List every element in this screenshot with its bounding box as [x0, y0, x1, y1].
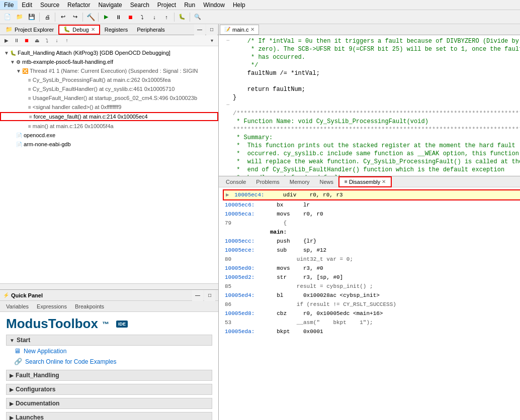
editor-tab-close[interactable]: ✕	[250, 27, 254, 32]
disasm-line-highlight: ▶ 10005ec4: udiv r0, r0, r3	[223, 189, 520, 200]
toolbar: 📄 📁 💾 🖨 ↩ ↪ 🔨 ▶ ⏸ ⏹ ⤵ ↓ ↑ 🐛 🔍	[0, 10, 520, 24]
tree-frame-1[interactable]: ≡ Cy_SysLib_FaultHandler() at cy_syslib.…	[0, 84, 218, 93]
stepover-tree-btn[interactable]: ⤵	[42, 36, 51, 45]
modus-section-fault-header[interactable]: ▶ Fault_Handling	[6, 370, 212, 381]
tb-open-btn[interactable]: 📁	[14, 12, 25, 23]
tab-problems[interactable]: Problems	[251, 176, 284, 187]
code-text-13: * Summary:	[233, 134, 273, 142]
tree-gdb[interactable]: 📄 arm-none-eabi-gdb	[0, 140, 218, 149]
disasm-instr-6: sub sp, #12	[270, 246, 326, 254]
menu-source[interactable]: Source	[36, 1, 63, 10]
disasm-content: ▶ 10005ec4: udiv r0, r0, r3 10005ec6: bx…	[219, 187, 520, 337]
left-tree-scrollbar[interactable]	[0, 283, 218, 289]
tb-build-btn[interactable]: 🔨	[85, 12, 96, 23]
qp-tab-break[interactable]: Breakpoints	[71, 302, 108, 310]
menu-search[interactable]: Search	[126, 1, 153, 10]
tree-frame-3[interactable]: ≡ <signal handler called>() at 0xfffffff…	[0, 102, 218, 112]
code-editor: − − /* If *intVal = 0u then it triggers …	[219, 35, 520, 176]
tab-disassembly[interactable]: ≡ Disassembly ✕	[338, 176, 392, 187]
tb-sep3	[82, 13, 83, 22]
search-examples-item[interactable]: 🔗 Search Online for Code Examples	[6, 356, 212, 367]
menu-run[interactable]: Run	[180, 1, 199, 10]
frame3-icon: ≡	[28, 104, 31, 110]
disasm-addr-8: 10005ed0:	[225, 264, 270, 272]
qp-maximize-btn[interactable]: □	[204, 290, 215, 301]
tree-openocd[interactable]: 📄 openocd.exe	[0, 131, 218, 140]
stepin-tree-btn[interactable]: ↓	[52, 36, 61, 45]
code-line-2: * zero). The SCB->UFSR bit 9(=CFSR bit 2…	[233, 45, 520, 53]
terminate-btn[interactable]: ⏹	[22, 36, 31, 45]
tb-run-btn[interactable]: ▶	[101, 12, 112, 23]
tb-new-btn[interactable]: 📄	[2, 12, 13, 23]
disasm-c-linenum-85: 85	[225, 282, 270, 290]
resume-btn[interactable]: ▶	[2, 36, 11, 45]
tab-registers[interactable]: Registers	[100, 25, 132, 35]
tb-search-btn[interactable]: 🔍	[192, 12, 203, 23]
tb-stop-btn[interactable]: ⏹	[125, 12, 136, 23]
modus-section-config-header[interactable]: ▶ Configurators	[6, 384, 212, 395]
qp-tab-expr[interactable]: Expressions	[33, 302, 71, 310]
menu-window[interactable]: Window	[199, 1, 229, 10]
tb-pause-btn[interactable]: ⏸	[113, 12, 124, 23]
menu-help[interactable]: Help	[229, 1, 249, 10]
tb-stepover-btn[interactable]: ⤵	[137, 12, 148, 23]
start-section-label: Start	[17, 337, 30, 344]
modus-section-start-header[interactable]: ▼ Start	[6, 335, 212, 346]
tab-news[interactable]: News	[315, 176, 339, 187]
disasm-addr-6: 10005ece:	[225, 246, 270, 254]
tb-stepout-btn[interactable]: ↑	[161, 12, 172, 23]
tab-project-explorer[interactable]: 📁 Project Explorer	[1, 25, 58, 35]
fault-section-label: Fault_Handling	[16, 372, 59, 379]
modus-section-launches-header[interactable]: ▶ Launches	[6, 412, 212, 420]
tb-save-btn[interactable]: 💾	[26, 12, 37, 23]
code-line-13: * Summary:	[233, 134, 520, 142]
disasm-c-line-86: 86 if (result != CY_RSLT_SUCCESS)	[223, 300, 520, 309]
disasm-addr-0: 10005ec4:	[231, 191, 277, 199]
qp-tab-vars[interactable]: Variables	[2, 302, 33, 310]
collapse-btn[interactable]: −	[223, 37, 233, 45]
stepout-tree-btn[interactable]: ↑	[62, 36, 71, 45]
tree-elf[interactable]: ▼ ⚙ mtb-example-psoc6-fault-handling.elf	[0, 57, 218, 66]
tb-redo-btn[interactable]: ↪	[69, 12, 80, 23]
tb-sep6	[190, 13, 190, 22]
tab-peripherals[interactable]: Peripherals	[132, 25, 169, 35]
disasm-tab-close[interactable]: ✕	[382, 179, 386, 184]
tree-frame-2[interactable]: ≡ UsageFault_Handler() at startup_psoc6_…	[0, 93, 218, 102]
minimize-left-btn[interactable]: —	[194, 24, 205, 35]
tb-stepin-btn[interactable]: ↓	[149, 12, 160, 23]
menu-refactor[interactable]: Refactor	[63, 1, 94, 10]
menu-edit[interactable]: Edit	[18, 1, 36, 10]
code-line-16: * will replace the weak function. Cy_Sys…	[233, 158, 520, 166]
disconnect-btn[interactable]: ⏏	[32, 36, 41, 45]
view-menu-btn[interactable]: ▾	[207, 36, 216, 45]
modus-section-docs-header[interactable]: ▶ Documentation	[6, 398, 212, 409]
qp-minimize-btn[interactable]: —	[192, 290, 203, 301]
tree-frame-4[interactable]: ≡ force_usage_fault() at main.c:214 0x10…	[0, 112, 218, 121]
new-application-item[interactable]: 🖥 New Application	[6, 346, 212, 356]
menu-project[interactable]: Project	[153, 1, 180, 10]
menu-navigate[interactable]: Navigate	[94, 1, 126, 10]
thread-arrow: ▼	[16, 68, 22, 74]
maximize-left-btn[interactable]: □	[206, 24, 217, 35]
tab-debug[interactable]: 🐛 Debug ✕	[58, 25, 100, 35]
tb-undo-btn[interactable]: ↩	[57, 12, 68, 23]
editor-tab-main[interactable]: 📝 main.c ✕	[220, 25, 259, 35]
collapse-gutter: − −	[223, 37, 233, 176]
tb-print-btn[interactable]: 🖨	[42, 12, 53, 23]
tree-frame-5[interactable]: ≡ main() at main.c:126 0x10005f4a	[0, 122, 218, 131]
modus-panel: ModusToolbox ™ IDE ▼ Start 🖥 New Applica…	[0, 312, 218, 420]
tree-frame-0[interactable]: ≡ Cy_SysLib_ProcessingFault() at main.c:…	[0, 75, 218, 84]
tb-debug-btn[interactable]: 🐛	[177, 12, 188, 23]
tree-thread[interactable]: ▼ 🔀 Thread #1 1 (Name: Current Execution…	[0, 66, 218, 75]
disasm-instr-9: str r3, [sp, #0]	[270, 273, 343, 281]
tree-root[interactable]: ▼ 🐛 Fault_Handling Attach (KitProg3) [GD…	[0, 48, 218, 57]
suspend-btn[interactable]: ⏸	[12, 36, 21, 45]
tab-memory[interactable]: Memory	[285, 176, 315, 187]
disasm-line-1: 10005ec6: bx lr	[223, 200, 520, 209]
collapse-btn2[interactable]: −	[223, 101, 233, 110]
search-examples-icon: 🔗	[14, 358, 22, 365]
disasm-line-13: 10005ed8: cbz r0, 0x10005edc <main+16>	[223, 309, 520, 318]
tab-console[interactable]: Console	[221, 176, 251, 187]
debug-tab-close[interactable]: ✕	[91, 27, 95, 32]
menu-file[interactable]: File	[0, 1, 18, 10]
